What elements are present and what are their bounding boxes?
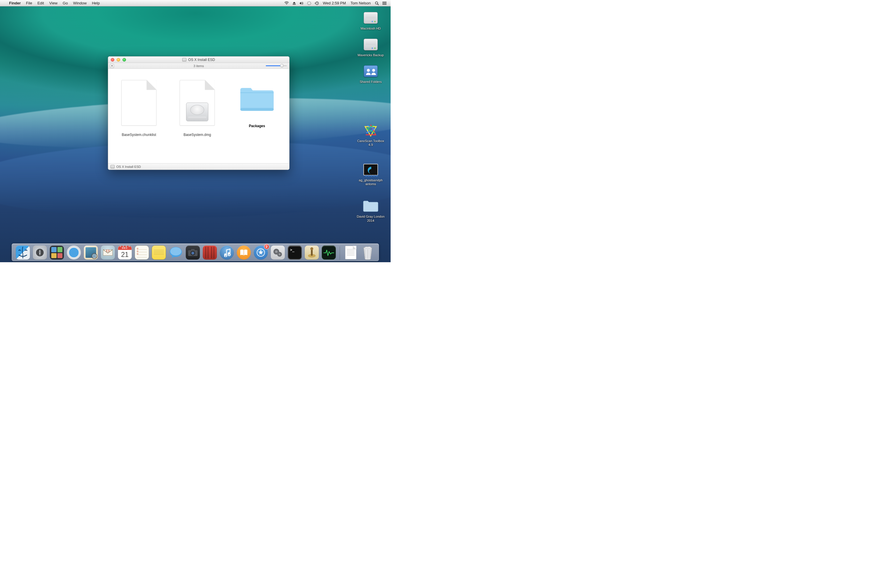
dock-safari[interactable] [66,245,81,260]
desktop-item-label: David Gray London 2014 [354,214,387,223]
svg-rect-4 [383,2,387,2]
file-label: BaseSystem.dmg [183,133,211,137]
zoom-button[interactable] [123,58,126,62]
volume-icon[interactable] [298,2,305,5]
svg-line-3 [377,4,378,5]
menu-edit[interactable]: Edit [35,1,47,5]
svg-rect-23 [191,249,195,251]
desktop-item-mavericks-backup[interactable]: Mavericks Backup [354,37,387,57]
folder-icon [362,199,379,213]
desktop-item-label: ag_ghostsandph antoms [354,178,387,186]
dock-trash[interactable] [360,245,375,260]
disk-icon [182,58,186,62]
dock-photo-booth[interactable] [186,245,200,260]
svg-rect-6 [383,4,387,5]
path-bar[interactable]: OS X Install ESD [108,163,289,170]
window-toolbar: ✕ 3 items [108,63,289,69]
svg-point-14 [39,251,41,253]
dock: DEC 21 [12,243,379,261]
dock-itunes[interactable] [219,245,234,260]
menubar: Finder File Edit View Go Window Help Wed… [0,0,390,6]
dock-handbrake[interactable] [305,245,319,260]
folder-icon [238,80,276,117]
dock-terminal[interactable]: >_ [287,245,302,260]
badge-count: 2 [264,244,269,249]
svg-point-34 [310,247,313,250]
dmg-icon [178,80,216,126]
calendar-day: 21 [118,250,132,259]
menu-file[interactable]: File [24,1,35,5]
dock-activity-monitor[interactable] [321,245,336,260]
menubar-clock[interactable]: Wed 2:59 PM [321,1,348,5]
item-count: 3 items [108,64,289,68]
desktop-item-label: Shared Folders [359,80,383,84]
dock-launchpad[interactable] [33,245,47,260]
svg-point-9 [383,4,383,5]
window-titlebar[interactable]: OS X Install ESD [108,57,289,63]
window-title: OS X Install ESD [188,58,215,62]
menu-help[interactable]: Help [89,1,102,5]
file-item-chunklist[interactable]: BaseSystem.chunklist [116,80,162,137]
file-label: Packages [249,124,265,128]
dock-document[interactable] [344,245,358,260]
menu-view[interactable]: View [47,1,60,5]
app-icon [362,123,379,138]
svg-point-25 [228,252,230,255]
time-machine-icon[interactable] [313,1,321,5]
close-button[interactable] [111,58,114,62]
desktop-item-macintosh-hd[interactable]: Macintosh HD [354,10,387,31]
svg-point-30 [275,250,278,253]
minimize-button[interactable] [117,58,120,62]
desktop-item-label: Mavericks Backup [357,53,384,57]
document-icon [120,80,158,126]
dock-app-store[interactable]: 2 [254,245,268,260]
wifi-icon[interactable] [282,2,291,5]
svg-point-8 [383,3,383,3]
spotlight-icon[interactable] [373,1,381,5]
menu-go[interactable]: Go [60,1,71,5]
finder-window[interactable]: OS X Install ESD ✕ 3 items BaseSystem.ch… [108,56,290,170]
menu-window[interactable]: Window [71,1,89,5]
file-icon [362,162,379,177]
dock-calendar[interactable]: DEC 21 [117,245,132,260]
dock-preview[interactable] [84,245,98,260]
dock-mission-control[interactable] [50,245,64,260]
dock-ibooks[interactable] [237,245,251,260]
dock-app-red[interactable] [203,245,217,260]
dock-wrap: DEC 21 [0,243,390,261]
disk-icon [362,10,379,25]
icon-size-slider[interactable] [266,65,287,67]
desktop-item-shared-folders[interactable]: Shared Folders [354,64,387,84]
svg-point-0 [308,2,311,5]
desktop-item-label: CanoScan Toolbox 4.9 [354,139,387,147]
file-item-dmg[interactable]: BaseSystem.dmg [173,80,221,137]
shared-folder-icon [362,64,379,78]
notification-center-icon[interactable] [381,2,388,5]
sync-icon[interactable] [305,1,313,5]
dock-reminders[interactable] [135,245,149,260]
dock-mail[interactable] [101,245,115,260]
traffic-lights [108,58,126,62]
desktop-item-canoscan[interactable]: CanoScan Toolbox 4.9 [354,123,387,147]
desktop-item-ghosts[interactable]: ag_ghostsandph antoms [354,162,387,186]
menubar-user[interactable]: Tom Nelson [348,1,373,5]
dock-finder[interactable] [15,245,30,260]
disk-icon [111,165,114,168]
dock-system-preferences[interactable] [270,245,285,260]
svg-point-24 [224,254,227,256]
svg-rect-12 [240,108,274,111]
menu-app[interactable]: Finder [6,1,24,5]
eject-icon[interactable] [291,2,298,5]
dock-messages[interactable] [168,245,183,260]
desktop-item-david-gray[interactable]: David Gray London 2014 [354,199,387,223]
svg-point-11 [372,69,375,72]
svg-point-2 [375,2,378,4]
file-item-packages[interactable]: Packages [233,80,281,128]
disk-icon [362,37,379,52]
file-area[interactable]: BaseSystem.chunklist BaseSystem.dmg [108,69,289,163]
path-segment[interactable]: OS X Install ESD [116,165,141,168]
svg-point-10 [367,69,370,72]
svg-rect-5 [383,3,387,3]
svg-point-19 [170,247,182,255]
dock-notes[interactable] [152,245,166,260]
